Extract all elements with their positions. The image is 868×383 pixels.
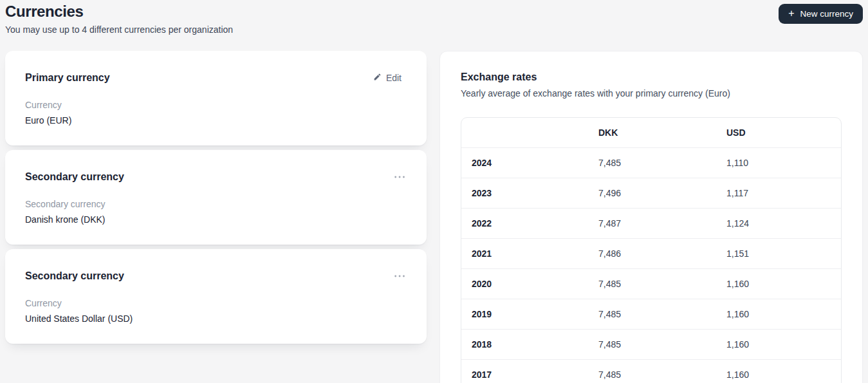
exchange-cell-dkk: 7,485 <box>588 329 716 359</box>
exchange-rate-row: 20237,4961,117 <box>461 178 841 208</box>
exchange-cell-dkk: 7,485 <box>588 268 716 299</box>
exchange-rate-row: 20177,4851,160 <box>461 359 841 383</box>
page-header: Currencies You may use up to 4 different… <box>5 3 863 35</box>
field-value: Danish krone (DKK) <box>25 214 407 225</box>
exchange-rates-title: Exchange rates <box>461 71 842 84</box>
exchange-rate-row: 20187,4851,160 <box>461 329 841 359</box>
exchange-rate-row: 20217,4861,151 <box>461 238 841 268</box>
usd-column-header: USD <box>716 118 841 147</box>
exchange-table-header-row: DKK USD <box>461 118 841 147</box>
currency-cards-column: Primary currency Edit Currency Euro (EUR… <box>5 51 427 344</box>
primary-currency-card: Primary currency Edit Currency Euro (EUR… <box>5 51 427 145</box>
exchange-rate-row: 20197,4851,160 <box>461 299 841 329</box>
exchange-cell-year: 2020 <box>461 268 588 299</box>
exchange-cell-usd: 1,160 <box>716 268 841 299</box>
card-menu-button[interactable] <box>393 173 407 181</box>
exchange-cell-usd: 1,160 <box>716 329 841 359</box>
exchange-cell-year: 2021 <box>461 238 588 268</box>
exchange-cell-usd: 1,151 <box>716 238 841 268</box>
page-title: Currencies <box>5 3 233 21</box>
card-header: Secondary currency <box>25 270 407 283</box>
exchange-cell-usd: 1,124 <box>716 208 841 238</box>
edit-button[interactable]: Edit <box>368 71 407 84</box>
exchange-cell-dkk: 7,496 <box>588 178 716 208</box>
card-title: Secondary currency <box>25 171 124 183</box>
exchange-cell-year: 2024 <box>461 147 588 178</box>
exchange-rate-row: 20207,4851,160 <box>461 268 841 299</box>
secondary-currency-card-1: Secondary currency Secondary currency Da… <box>5 150 427 245</box>
card-header: Secondary currency <box>25 171 407 183</box>
exchange-rates-card: Exchange rates Yearly average of exchang… <box>439 51 863 383</box>
currency-field: Secondary currency Danish krone (DKK) <box>25 199 407 225</box>
exchange-cell-dkk: 7,485 <box>588 299 716 329</box>
content-area: Primary currency Edit Currency Euro (EUR… <box>5 51 863 383</box>
card-header: Primary currency Edit <box>25 71 407 84</box>
exchange-cell-year: 2023 <box>461 178 588 208</box>
field-value: United States Dollar (USD) <box>25 313 407 324</box>
year-column-header <box>461 118 588 147</box>
field-value: Euro (EUR) <box>25 115 407 126</box>
plus-icon: + <box>788 8 794 19</box>
exchange-cell-usd: 1,117 <box>716 178 841 208</box>
exchange-rate-row: 20247,4851,110 <box>461 147 841 178</box>
ellipsis-icon <box>394 270 405 279</box>
card-title: Secondary currency <box>25 270 124 283</box>
dkk-column-header: DKK <box>588 118 716 147</box>
exchange-cell-dkk: 7,485 <box>588 147 716 178</box>
pencil-icon <box>373 73 382 83</box>
card-menu-button[interactable] <box>393 272 407 280</box>
ellipsis-icon <box>394 171 405 180</box>
exchange-cell-usd: 1,160 <box>716 299 841 329</box>
currencies-page: Currencies You may use up to 4 different… <box>0 0 868 383</box>
currency-field: Currency United States Dollar (USD) <box>25 298 407 324</box>
exchange-cell-year: 2017 <box>461 359 588 383</box>
exchange-rates-subtitle: Yearly average of exchange rates with yo… <box>461 88 842 99</box>
currency-field: Currency Euro (EUR) <box>25 100 407 126</box>
exchange-cell-year: 2022 <box>461 208 588 238</box>
exchange-cell-usd: 1,160 <box>716 359 841 383</box>
exchange-table-body: 20247,4851,11020237,4961,11720227,4871,1… <box>461 147 841 383</box>
field-label: Secondary currency <box>25 199 407 210</box>
exchange-rates-table: DKK USD 20247,4851,11020237,4961,1172022… <box>461 117 842 383</box>
new-currency-label: New currency <box>800 9 853 19</box>
exchange-rate-row: 20227,4871,124 <box>461 208 841 238</box>
edit-button-label: Edit <box>386 73 402 83</box>
new-currency-button[interactable]: + New currency <box>779 4 863 24</box>
field-label: Currency <box>25 100 407 111</box>
field-label: Currency <box>25 298 407 309</box>
page-subtitle: You may use up to 4 different currencies… <box>5 24 233 35</box>
page-header-text: Currencies You may use up to 4 different… <box>5 3 233 35</box>
card-title: Primary currency <box>25 71 110 84</box>
exchange-cell-usd: 1,110 <box>716 147 841 178</box>
exchange-cell-dkk: 7,485 <box>588 359 716 383</box>
exchange-cell-dkk: 7,486 <box>588 238 716 268</box>
exchange-cell-year: 2018 <box>461 329 588 359</box>
exchange-cell-dkk: 7,487 <box>588 208 716 238</box>
secondary-currency-card-2: Secondary currency Currency United State… <box>5 249 427 344</box>
exchange-cell-year: 2019 <box>461 299 588 329</box>
